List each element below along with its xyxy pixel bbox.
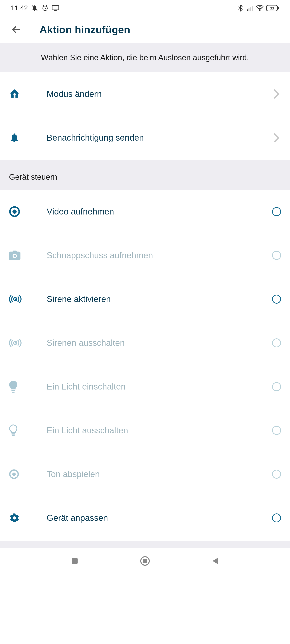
svg-point-25 <box>12 472 16 476</box>
action-label: Modus ändern <box>47 89 272 99</box>
action-label: Gerät anpassen <box>47 513 272 523</box>
action-row-record-video[interactable]: Video aufnehmen <box>0 190 290 234</box>
svg-rect-5 <box>248 8 250 11</box>
sound-icon <box>9 469 25 479</box>
action-label: Benachrichtigung senden <box>47 133 272 142</box>
radio-button[interactable] <box>272 382 281 391</box>
chevron-right-icon <box>272 89 281 99</box>
home-icon <box>9 88 25 100</box>
action-label: Sirenen ausschalten <box>47 338 272 348</box>
signal-icon <box>246 4 254 12</box>
action-row-light-on[interactable]: Ein Licht einschalten <box>0 365 290 408</box>
action-label: Video aufnehmen <box>47 206 272 216</box>
svg-text:33: 33 <box>270 6 274 10</box>
page-title: Aktion hinzufügen <box>40 24 130 36</box>
instruction-text: Wählen Sie eine Aktion, die beim Auslöse… <box>0 43 290 72</box>
svg-point-17 <box>15 298 16 300</box>
siren-off-icon <box>9 338 25 348</box>
action-row-notification[interactable]: Benachrichtigung senden <box>0 116 290 160</box>
svg-rect-22 <box>12 433 15 434</box>
svg-rect-4 <box>247 10 248 11</box>
svg-point-13 <box>12 210 17 214</box>
bottom-gap <box>0 541 290 548</box>
gear-icon <box>9 512 25 523</box>
app-header: Aktion hinzufügen <box>0 16 290 43</box>
svg-rect-23 <box>12 435 15 436</box>
status-left: 11:42 <box>11 4 59 12</box>
svg-point-15 <box>14 255 16 257</box>
status-right: 33 <box>237 4 279 12</box>
svg-rect-26 <box>72 558 78 564</box>
camera-icon <box>9 250 25 260</box>
svg-rect-2 <box>52 6 59 10</box>
status-time: 11:42 <box>11 4 28 12</box>
svg-rect-6 <box>250 7 251 11</box>
radio-button[interactable] <box>272 514 281 522</box>
cast-icon <box>52 4 59 12</box>
action-label: Schnappschuss aufnehmen <box>47 250 272 260</box>
action-label: Ton abspielen <box>47 469 272 479</box>
action-label: Ein Licht ausschalten <box>47 426 272 435</box>
svg-rect-21 <box>12 392 15 392</box>
action-row-play-sound[interactable]: Ton abspielen <box>0 452 290 496</box>
bulb-off-icon <box>9 424 25 436</box>
action-row-snapshot[interactable]: Schnappschuss aufnehmen <box>0 234 290 277</box>
action-row-siren-on[interactable]: Sirene aktivieren <box>0 277 290 321</box>
status-bar: 11:42 33 <box>0 0 290 16</box>
back-button[interactable] <box>11 24 22 35</box>
siren-icon <box>9 294 25 304</box>
svg-rect-20 <box>12 390 15 391</box>
svg-rect-10 <box>278 7 279 9</box>
bluetooth-icon <box>237 4 244 12</box>
action-row-mode[interactable]: Modus ändern <box>0 72 290 116</box>
radio-button[interactable] <box>272 295 281 304</box>
svg-point-8 <box>259 10 260 10</box>
system-nav-bar <box>0 548 290 574</box>
nav-recent-button[interactable] <box>68 555 81 567</box>
action-row-light-off[interactable]: Ein Licht ausschalten <box>0 408 290 452</box>
action-label: Sirene aktivieren <box>47 294 272 304</box>
svg-point-19 <box>15 342 16 344</box>
bell-icon <box>9 132 25 143</box>
radio-button[interactable] <box>272 426 281 435</box>
alarm-icon <box>42 4 49 12</box>
svg-point-28 <box>143 559 147 563</box>
bulb-on-icon <box>9 381 25 392</box>
battery-icon: 33 <box>266 5 279 11</box>
action-row-siren-off[interactable]: Sirenen ausschalten <box>0 321 290 365</box>
nav-home-button[interactable] <box>139 555 151 567</box>
section-header-device: Gerät steuern <box>0 164 290 190</box>
radio-button[interactable] <box>272 338 281 348</box>
svg-rect-3 <box>54 10 57 11</box>
action-label: Ein Licht einschalten <box>47 382 272 392</box>
section-gap <box>0 160 290 164</box>
radio-button[interactable] <box>272 251 281 260</box>
action-row-adjust-device[interactable]: Gerät anpassen <box>0 496 290 540</box>
wifi-icon <box>256 4 263 12</box>
svg-rect-7 <box>252 6 253 11</box>
nav-back-button[interactable] <box>209 555 222 567</box>
record-icon <box>9 206 25 217</box>
radio-button[interactable] <box>272 207 281 216</box>
mute-icon <box>31 4 38 12</box>
chevron-right-icon <box>272 133 281 142</box>
radio-button[interactable] <box>272 470 281 479</box>
